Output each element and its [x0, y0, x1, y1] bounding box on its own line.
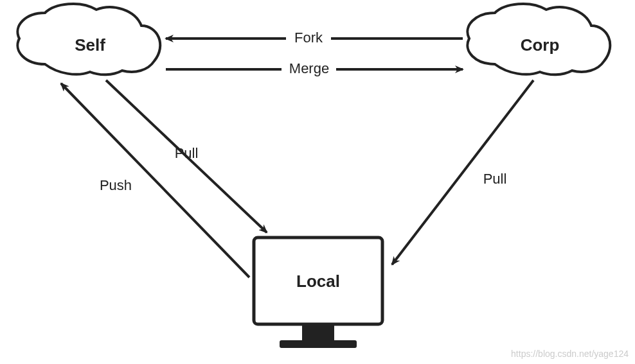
git-workflow-diagram: Self Corp Local Fork Merge Push Pull Pul… — [0, 0, 635, 364]
self-label: Self — [75, 35, 105, 55]
svg-rect-1 — [302, 324, 334, 340]
local-label: Local — [296, 272, 340, 291]
pull-corp-label: Pull — [483, 171, 507, 187]
watermark: https://blog.csdn.net/yage124 — [511, 349, 629, 359]
svg-rect-2 — [280, 340, 357, 348]
arrow-push — [61, 83, 249, 277]
fork-label: Fork — [294, 30, 323, 46]
pull-self-label: Pull — [175, 145, 199, 161]
monitor-local: Local — [254, 238, 382, 348]
arrow-pull-corp — [392, 80, 533, 264]
cloud-self: Self — [17, 4, 160, 74]
push-label: Push — [100, 177, 132, 193]
cloud-corp: Corp — [467, 4, 610, 74]
corp-label: Corp — [521, 35, 560, 55]
merge-label: Merge — [289, 60, 329, 76]
